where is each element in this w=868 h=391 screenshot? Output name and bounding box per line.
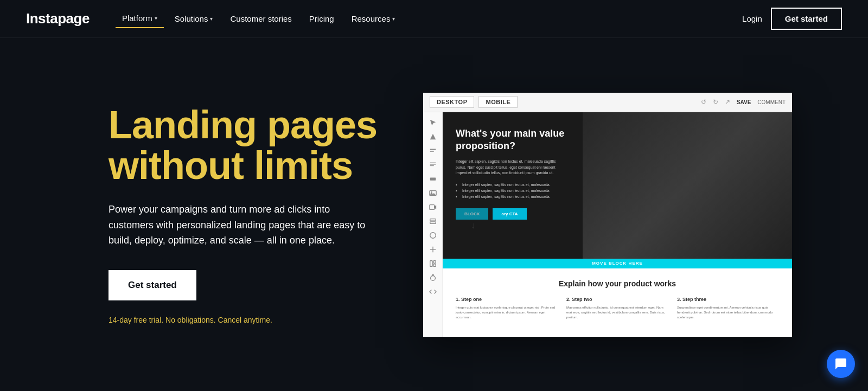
nav-link-resources[interactable]: Resources ▾ xyxy=(345,10,402,28)
comment-label[interactable]: COMMENT xyxy=(757,99,786,105)
sidebar-icon-code[interactable] xyxy=(427,286,439,298)
canvas-content: What's your main value proposition? Inte… xyxy=(443,112,792,235)
chevron-down-icon: ▾ xyxy=(210,16,213,22)
canvas-cta-button[interactable]: ary CTA xyxy=(493,208,526,220)
sidebar-icon-layout[interactable] xyxy=(427,258,439,270)
svg-rect-16 xyxy=(433,264,435,266)
sidebar-icon-text[interactable] xyxy=(427,145,439,157)
svg-rect-1 xyxy=(430,151,433,152)
step-2-text: Maecenas efficitur nulla justo, id conse… xyxy=(566,305,668,320)
nav-actions: Login Get started xyxy=(742,8,842,30)
sidebar-icon-paragraph[interactable] xyxy=(427,159,439,171)
sidebar-icon-pointer[interactable] xyxy=(427,117,439,129)
step-1-label: 1. Step one xyxy=(456,297,558,302)
canvas-body-text: Integer elit sapien, sagittis non lectus… xyxy=(456,159,564,176)
toolbar-actions: ↺ ↻ ↗ SAVE COMMENT xyxy=(701,98,786,106)
tab-mobile[interactable]: MOBILE xyxy=(478,96,518,108)
svg-point-11 xyxy=(430,232,436,238)
canvas-cursor: ↓ xyxy=(471,221,475,230)
canvas-bottom-section: Explain how your product works 1. Step o… xyxy=(443,268,792,329)
svg-rect-9 xyxy=(430,219,436,221)
app-canvas: What's your main value proposition? Inte… xyxy=(443,112,792,337)
svg-rect-5 xyxy=(430,177,436,180)
svg-rect-4 xyxy=(430,165,433,165)
app-sidebar xyxy=(423,112,443,337)
sidebar-icon-circle[interactable] xyxy=(427,229,439,241)
app-preview: DESKTOP MOBILE ↺ ↻ ↗ SAVE COMMENT xyxy=(423,93,792,337)
canvas-buttons: BLOCK ary CTA xyxy=(456,208,779,220)
list-item: Integer elit sapien, sagittis non lectus… xyxy=(456,194,779,200)
step-2-label: 2. Step two xyxy=(566,297,668,302)
svg-rect-0 xyxy=(430,149,436,150)
logo[interactable]: Instapage xyxy=(26,10,90,27)
step-3-label: 3. Step three xyxy=(677,297,779,302)
svg-rect-15 xyxy=(433,260,435,262)
get-started-button[interactable]: Get started xyxy=(771,8,842,30)
canvas-bottom-title: Explain how your product works xyxy=(456,279,779,288)
svg-rect-10 xyxy=(430,221,436,223)
sidebar-icon-image[interactable] xyxy=(427,187,439,199)
step-1: 1. Step one Integer quis erat luctus ex … xyxy=(456,297,558,320)
svg-rect-2 xyxy=(430,162,436,163)
canvas-heading: What's your main value proposition? xyxy=(456,127,575,153)
nav-link-pricing[interactable]: Pricing xyxy=(303,10,341,28)
hero-subtitle: Power your campaigns and turn more ad cl… xyxy=(108,202,369,248)
tab-desktop[interactable]: DESKTOP xyxy=(430,96,474,108)
canvas-top-section: What's your main value proposition? Inte… xyxy=(443,112,792,259)
sidebar-icon-grid[interactable] xyxy=(427,243,439,255)
steps-grid: 1. Step one Integer quis erat luctus ex … xyxy=(456,297,779,320)
step-3: 3. Step three Suspendisse eget condiment… xyxy=(677,297,779,320)
nav-link-customer-stories[interactable]: Customer stories xyxy=(224,10,298,28)
app-toolbar: DESKTOP MOBILE ↺ ↻ ↗ SAVE COMMENT xyxy=(423,93,792,112)
step-2: 2. Step two Maecenas efficitur nulla jus… xyxy=(566,297,668,320)
sidebar-icon-form[interactable] xyxy=(427,215,439,227)
hero-cta-button[interactable]: Get started xyxy=(108,270,196,300)
chevron-down-icon: ▾ xyxy=(155,15,157,21)
list-item: Integer elit sapien, sagittis non lectus… xyxy=(456,182,779,188)
chat-icon xyxy=(834,357,847,370)
hero-title: Landing pages without limits xyxy=(108,105,391,187)
navbar: Instapage Platform ▾ Solutions ▾ Custome… xyxy=(0,0,868,38)
app-body: What's your main value proposition? Inte… xyxy=(423,112,792,337)
canvas-block-button[interactable]: BLOCK xyxy=(456,208,488,220)
chat-bubble[interactable] xyxy=(827,350,855,378)
step-1-text: Integer quis erat luctus ex scelerisque … xyxy=(456,305,558,320)
svg-rect-3 xyxy=(430,164,436,164)
move-block-text: MOVE BLOCK HERE xyxy=(592,261,643,266)
hero-section: Landing pages without limits Power your … xyxy=(0,38,868,391)
hero-trial-text: 14-day free trial. No obligations. Cance… xyxy=(108,316,391,324)
sidebar-icon-button[interactable] xyxy=(427,173,439,185)
svg-point-17 xyxy=(430,275,435,280)
svg-rect-14 xyxy=(430,260,432,266)
nav-link-platform[interactable]: Platform ▾ xyxy=(116,9,164,28)
list-item: Integer elit sapien, sagittis non lectus… xyxy=(456,188,779,194)
nav-links: Platform ▾ Solutions ▾ Customer stories … xyxy=(116,9,742,28)
step-3-text: Suspendisse eget condimentum mi. Aenean … xyxy=(677,305,779,320)
canvas-list: Integer elit sapien, sagittis non lectus… xyxy=(456,182,779,200)
hero-left: Landing pages without limits Power your … xyxy=(108,105,391,325)
sidebar-icon-video[interactable] xyxy=(427,201,439,213)
sidebar-icon-triangle[interactable] xyxy=(427,131,439,143)
nav-link-solutions[interactable]: Solutions ▾ xyxy=(168,10,220,28)
hero-right: DESKTOP MOBILE ↺ ↻ ↗ SAVE COMMENT xyxy=(423,93,792,337)
chevron-down-icon: ▾ xyxy=(392,16,395,22)
save-label[interactable]: SAVE xyxy=(737,99,751,105)
sidebar-icon-timer[interactable] xyxy=(427,272,439,284)
move-block-bar: MOVE BLOCK HERE xyxy=(443,259,792,268)
login-link[interactable]: Login xyxy=(742,14,762,23)
svg-rect-8 xyxy=(429,204,434,209)
